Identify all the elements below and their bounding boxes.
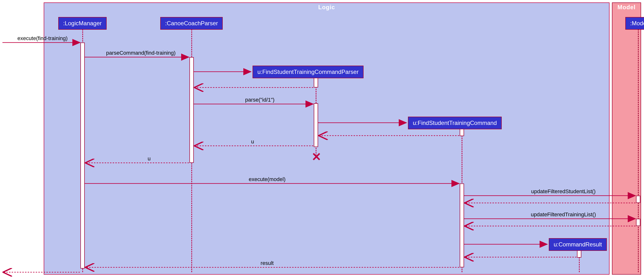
participant-fstc: u:FindStudentTrainingCommand xyxy=(408,117,502,129)
logic-frame: Logic xyxy=(44,3,610,275)
destroy-icon: ✕ xyxy=(312,151,321,163)
msg-updatefilteredtraininglist: updateFilteredTrainingList() xyxy=(515,211,612,218)
model-frame: Model xyxy=(612,3,641,275)
msg-parsecommand: parseCommand(find-training) xyxy=(92,50,190,56)
activation-fstcp-1 xyxy=(314,78,318,88)
participant-fstcp: u:FindStudentTrainingCommandParser xyxy=(252,66,364,78)
model-frame-title: Model xyxy=(612,4,640,11)
activation-fstcp-2 xyxy=(314,103,318,147)
msg-updatefilteredstudentlist: updateFilteredStudentList() xyxy=(515,188,612,195)
participant-model: :Model xyxy=(625,17,644,30)
msg-return-u1: u xyxy=(248,139,258,145)
msg-execute-model: execute(model) xyxy=(218,176,316,182)
activation-fstc-1 xyxy=(460,129,464,136)
msg-execute-findtraining: execute(find-training) xyxy=(6,35,79,42)
participant-logicmanager: :LogicManager xyxy=(58,17,106,30)
activation-commandresult xyxy=(577,250,581,258)
activation-logicmanager xyxy=(80,43,85,268)
participant-commandresult: u:CommandResult xyxy=(549,238,607,251)
activation-model-2 xyxy=(636,219,640,226)
msg-result: result xyxy=(243,260,292,266)
logic-frame-title: Logic xyxy=(44,4,609,11)
participant-canoecoachparser: :CanoeCoachParser xyxy=(160,17,223,30)
msg-return-u2: u xyxy=(144,156,154,162)
activation-model-1 xyxy=(636,196,640,203)
lifeline-model xyxy=(638,29,639,272)
activation-fstc-2 xyxy=(460,183,464,267)
activation-canoecoach-1 xyxy=(190,57,194,163)
msg-parse-id1: parse("id/1") xyxy=(224,97,296,103)
